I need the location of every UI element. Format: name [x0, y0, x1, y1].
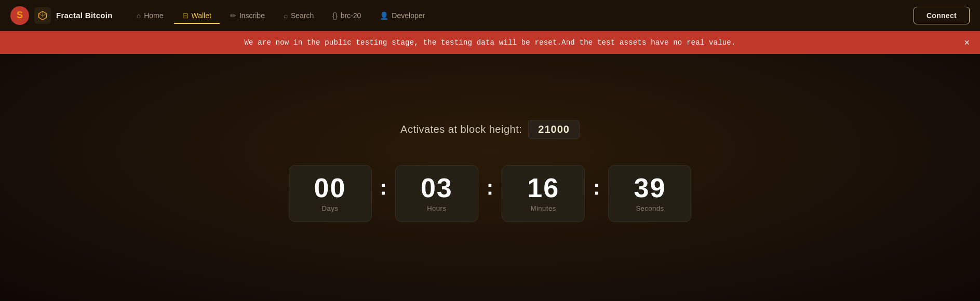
- nav-item-inscribe[interactable]: ✏ Inscribe: [222, 7, 273, 24]
- banner-close-button[interactable]: ×: [964, 38, 970, 47]
- minutes-value: 16: [527, 174, 559, 201]
- block-height-badge: 21000: [528, 120, 580, 139]
- logo-area: S Fractal Bitcoin: [10, 6, 113, 25]
- wallet-icon: ⊟: [182, 11, 189, 20]
- nav-label-search: Search: [291, 11, 314, 20]
- countdown-seconds: 39 Seconds: [608, 165, 691, 222]
- brand-name: Fractal Bitcoin: [56, 11, 113, 20]
- nav-label-brc20: brc-20: [341, 11, 361, 20]
- main-content: Activates at block height: 21000 00 Days…: [0, 54, 980, 288]
- navbar: S Fractal Bitcoin ⌂ Home ⊟ Wallet ✏ Insc…: [0, 0, 980, 31]
- developer-icon: 👤: [380, 11, 388, 20]
- countdown-hours: 03 Hours: [395, 165, 478, 222]
- nav-items: ⌂ Home ⊟ Wallet ✏ Inscribe ⌕ Search {} b…: [128, 7, 914, 24]
- separator-3: :: [593, 177, 600, 198]
- nav-item-search[interactable]: ⌕ Search: [275, 7, 322, 24]
- fractal-icon: [34, 7, 51, 24]
- nav-item-brc20[interactable]: {} brc-20: [324, 7, 369, 24]
- countdown-minutes: 16 Minutes: [502, 165, 585, 222]
- nav-item-developer[interactable]: 👤 Developer: [371, 7, 433, 24]
- activation-prefix: Activates at block height:: [400, 124, 522, 135]
- home-icon: ⌂: [137, 11, 141, 20]
- days-label: Days: [322, 204, 339, 212]
- brand-logo-icon: S: [10, 6, 29, 25]
- nav-label-home: Home: [144, 11, 163, 20]
- countdown-days: 00 Days: [289, 165, 372, 222]
- hours-label: Hours: [427, 204, 446, 212]
- activation-info: Activates at block height: 21000: [400, 120, 580, 139]
- search-icon: ⌕: [284, 11, 288, 20]
- nav-label-developer: Developer: [392, 11, 425, 20]
- seconds-value: 39: [634, 174, 666, 201]
- separator-2: :: [487, 177, 493, 198]
- hours-value: 03: [421, 174, 453, 201]
- inscribe-icon: ✏: [230, 11, 236, 20]
- minutes-label: Minutes: [531, 204, 556, 212]
- countdown-timer: 00 Days : 03 Hours : 16 Minutes : 39 Sec…: [289, 165, 692, 222]
- days-value: 00: [314, 174, 346, 201]
- announcement-banner: We are now in the public testing stage, …: [0, 31, 980, 54]
- separator-1: :: [380, 177, 387, 198]
- connect-button[interactable]: Connect: [914, 7, 970, 24]
- nav-item-home[interactable]: ⌂ Home: [128, 7, 172, 24]
- nav-label-inscribe: Inscribe: [239, 11, 265, 20]
- nav-item-wallet[interactable]: ⊟ Wallet: [174, 7, 220, 24]
- nav-label-wallet: Wallet: [192, 11, 211, 20]
- seconds-label: Seconds: [636, 204, 664, 212]
- brc20-icon: {}: [332, 11, 337, 20]
- banner-message: We are now in the public testing stage, …: [244, 38, 735, 47]
